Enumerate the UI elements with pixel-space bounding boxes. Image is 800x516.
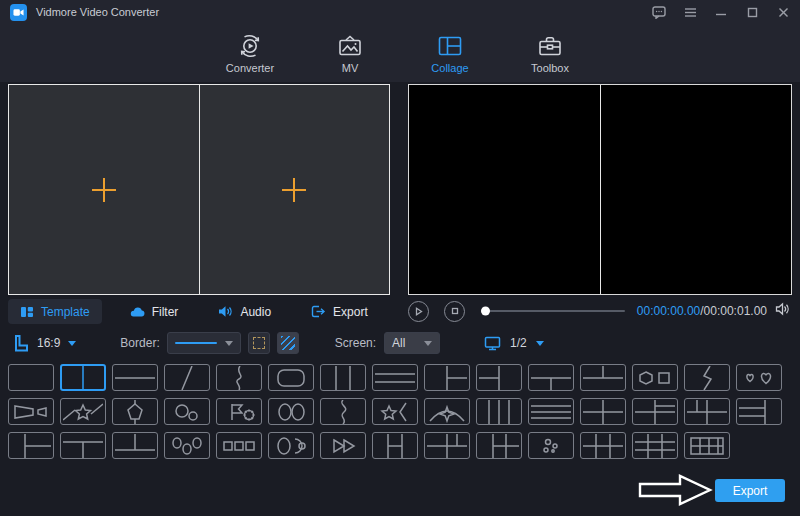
tab-toolbox-label: Toolbox (531, 62, 569, 74)
play-button[interactable] (408, 301, 429, 322)
current-time: 00:00:00.00 (637, 304, 700, 318)
template-two-circles[interactable] (164, 398, 210, 425)
mv-icon (337, 32, 363, 59)
tab-mv-label: MV (342, 62, 359, 74)
border-line-sample (175, 342, 217, 344)
tab-audio-label: Audio (240, 305, 271, 319)
preview-cell-2 (600, 85, 792, 294)
tab-template-label: Template (41, 305, 90, 319)
minimize-icon[interactable] (714, 5, 728, 19)
template-icon (20, 305, 34, 319)
template-rounded-inset[interactable] (268, 364, 314, 391)
template-oval-and-dots[interactable] (268, 432, 314, 459)
stop-button[interactable] (444, 301, 465, 322)
tab-filter[interactable]: Filter (118, 299, 191, 324)
template-zigzag-split[interactable] (684, 364, 730, 391)
template-grid-2x2[interactable] (580, 398, 626, 425)
template-left-cell-right-stack[interactable] (424, 364, 470, 391)
template-left-stack-right-cell[interactable] (476, 364, 522, 391)
border-controls: Border: (120, 332, 298, 354)
audio-icon (218, 305, 233, 318)
slider-thumb[interactable] (481, 307, 490, 316)
pager-dropdown-caret[interactable] (536, 341, 544, 346)
template-top-cell-bottom-split[interactable] (528, 364, 574, 391)
template-star-bracket[interactable] (372, 398, 418, 425)
collage-icon (437, 32, 463, 59)
template-framed-grid[interactable] (684, 432, 730, 459)
template-two-ovals[interactable] (268, 398, 314, 425)
template-three-rows[interactable] (372, 364, 418, 391)
export-button[interactable]: Export (715, 479, 785, 502)
border-color-button[interactable] (277, 332, 299, 354)
template-two-hearts[interactable] (736, 364, 782, 391)
border-dash-button[interactable] (248, 332, 270, 354)
template-three-ovals[interactable] (164, 432, 210, 459)
feedback-icon[interactable] (652, 5, 666, 19)
screen-dropdown[interactable]: All (384, 332, 440, 354)
template-grid (8, 364, 794, 466)
template-hexagon-square[interactable] (632, 364, 678, 391)
menu-icon[interactable] (683, 5, 697, 19)
template-top-split-bottom-cell[interactable] (580, 364, 626, 391)
volume-icon[interactable] (775, 302, 792, 320)
template-curve-split[interactable] (216, 364, 262, 391)
aspect-ratio-icon (14, 335, 29, 352)
template-grid-2x2-right-split[interactable] (632, 398, 678, 425)
template-left-rows-right-column[interactable] (736, 398, 782, 425)
template-scatter-dots[interactable] (528, 432, 574, 459)
screen-value: All (392, 336, 405, 350)
template-two-arrows[interactable] (320, 432, 366, 459)
tab-audio[interactable]: Audio (206, 299, 283, 324)
maximize-icon[interactable] (745, 5, 759, 19)
template-three-columns-middle-split[interactable] (372, 432, 418, 459)
tab-toolbox[interactable]: Toolbox (517, 32, 583, 82)
preview-cell-1 (409, 85, 600, 294)
export-icon (311, 305, 326, 318)
tab-collage[interactable]: Collage (417, 32, 483, 82)
template-arc-star[interactable] (424, 398, 470, 425)
template-puzzle-split[interactable] (320, 398, 366, 425)
template-three-columns[interactable] (320, 364, 366, 391)
template-grid-3x2[interactable] (580, 432, 626, 459)
toolbox-icon (537, 32, 563, 59)
total-time: 00:00:01.00 (704, 304, 767, 318)
tab-mv[interactable]: MV (317, 32, 383, 82)
collage-cell-2[interactable] (199, 85, 390, 294)
app-title: Vidmore Video Converter (36, 6, 159, 18)
editor-tabs: Template Filter Audio Export (8, 299, 390, 324)
timeline-slider[interactable] (481, 304, 625, 318)
add-video-icon[interactable] (282, 178, 306, 202)
template-split-horizontal[interactable] (112, 364, 158, 391)
template-four-rows[interactable] (528, 398, 574, 425)
template-single[interactable] (8, 364, 54, 391)
template-pentagon-band[interactable] (112, 398, 158, 425)
template-three-squares[interactable] (216, 432, 262, 459)
add-video-icon[interactable] (92, 178, 116, 202)
template-grid-2x2-top-split[interactable] (684, 398, 730, 425)
template-grid-3x3[interactable] (632, 432, 678, 459)
tab-converter[interactable]: Converter (217, 32, 283, 82)
template-split-vertical[interactable] (60, 364, 106, 391)
tab-export[interactable]: Export (299, 299, 380, 324)
border-style-dropdown[interactable] (167, 332, 241, 354)
template-top-row-bottom-columns[interactable] (60, 432, 106, 459)
aspect-ratio-value: 16:9 (37, 336, 60, 350)
slider-track[interactable] (481, 310, 625, 312)
aspect-ratio-selector[interactable]: 16:9 (14, 335, 76, 352)
template-grid-mixed-a[interactable] (424, 432, 470, 459)
collage-cell-1[interactable] (9, 85, 199, 294)
template-star-band[interactable] (60, 398, 106, 425)
close-icon[interactable] (776, 5, 790, 19)
title-bar: Vidmore Video Converter (0, 0, 800, 24)
aspect-dropdown-caret[interactable] (68, 341, 76, 346)
template-diagonal-split[interactable] (164, 364, 210, 391)
template-megaphone-shapes[interactable] (8, 398, 54, 425)
tab-template[interactable]: Template (8, 299, 102, 324)
border-label: Border: (120, 336, 159, 350)
template-grid-mixed-b[interactable] (476, 432, 522, 459)
template-left-column-right-rows[interactable] (8, 432, 54, 459)
template-flag-gear[interactable] (216, 398, 262, 425)
main-nav: Converter MV Collage Toolbox (0, 24, 800, 82)
template-four-columns[interactable] (476, 398, 522, 425)
template-top-columns-bottom-row[interactable] (112, 432, 158, 459)
